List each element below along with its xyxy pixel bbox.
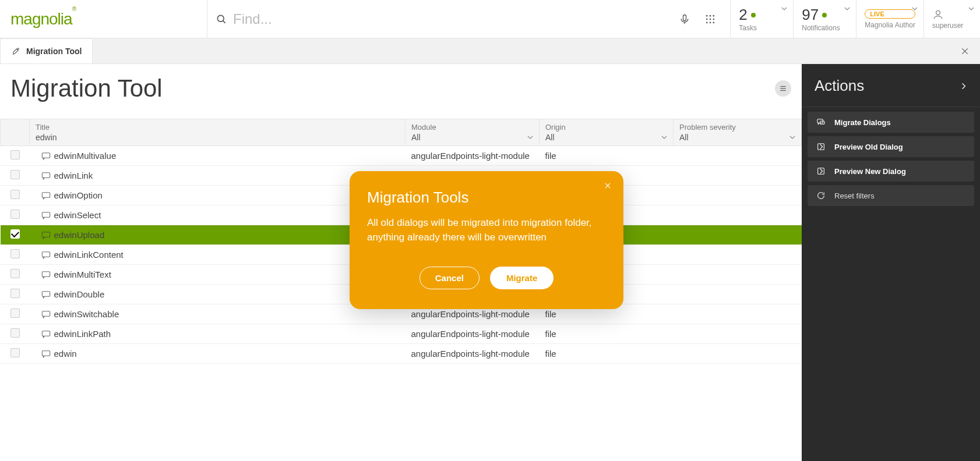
action-reset-filters[interactable]: Reset filters [808, 185, 974, 206]
table-row[interactable]: edwinLinkPathangularEndpoints-light-modu… [1, 324, 802, 344]
chevron-down-icon [844, 6, 850, 12]
column-checkbox[interactable] [1, 119, 30, 146]
svg-point-9 [713, 18, 715, 20]
row-title: edwinMultivalue [54, 151, 117, 161]
row-checkbox[interactable] [10, 190, 20, 199]
row-severity [674, 186, 802, 205]
row-checkbox[interactable] [10, 289, 20, 298]
status-dot-icon [751, 13, 756, 17]
migrate-confirm-dialog: Migration Tools All old dialogs will be … [350, 171, 623, 309]
row-title: edwinDouble [54, 289, 105, 299]
sidebar-title[interactable]: Actions [802, 64, 980, 107]
user-icon [932, 9, 972, 20]
dialog-icon [41, 290, 51, 299]
row-title: edwin [54, 349, 77, 359]
svg-point-8 [710, 18, 711, 20]
column-module[interactable]: Module All [406, 119, 540, 146]
instance-label: Magnolia Author [865, 21, 915, 29]
chevron-down-icon [912, 6, 918, 12]
row-checkbox[interactable] [10, 308, 20, 318]
row-checkbox[interactable] [10, 229, 20, 239]
svg-point-7 [706, 18, 708, 20]
table-row[interactable]: edwinangularEndpoints-light-modulefile [1, 344, 802, 364]
row-checkbox[interactable] [10, 348, 20, 357]
svg-rect-26 [42, 271, 50, 276]
search-input[interactable] [233, 11, 679, 27]
action-preview-new-dialog[interactable]: Preview New Dialog [808, 161, 974, 182]
preview-icon [816, 166, 826, 176]
svg-point-4 [706, 15, 708, 16]
apps-grid-icon[interactable] [704, 13, 722, 25]
dialog-close-button[interactable] [604, 182, 612, 190]
svg-point-14 [17, 48, 19, 50]
svg-point-6 [713, 15, 715, 16]
row-title: edwinSwitchable [54, 309, 119, 319]
dialog-title: Migration Tools [367, 189, 606, 207]
svg-rect-34 [820, 121, 824, 124]
cancel-button[interactable]: Cancel [420, 267, 480, 289]
row-title: edwinLink [54, 171, 93, 180]
logo: magnolia® [10, 10, 76, 29]
table-row[interactable]: edwinMultivalueangularEndpoints-light-mo… [1, 146, 802, 166]
chevron-down-icon [789, 134, 795, 140]
row-checkbox[interactable] [10, 249, 20, 258]
dialog-icon [41, 211, 51, 219]
page-title: Migration Tool [10, 75, 163, 102]
instance-cell[interactable]: LIVE Magnolia Author [856, 0, 924, 38]
svg-point-11 [710, 22, 711, 23]
row-title: edwinLinkContent [54, 250, 124, 260]
row-checkbox[interactable] [10, 269, 20, 278]
dialog-icon [41, 172, 51, 180]
status-dot-icon [822, 13, 827, 17]
svg-line-1 [223, 20, 225, 23]
logo-container: magnolia® [0, 0, 207, 38]
row-origin: file [540, 146, 674, 166]
tasks-cell[interactable]: 2 Tasks [731, 0, 794, 38]
column-title[interactable]: Title edwin [30, 119, 406, 146]
row-checkbox[interactable] [10, 170, 20, 179]
user-cell[interactable]: superuser [924, 0, 980, 38]
actions-sidebar: Actions Migrate DialogsPreview Old Dialo… [802, 64, 980, 461]
tab-label: Migration Tool [26, 47, 82, 56]
action-label: Migrate Dialogs [834, 118, 891, 127]
mic-icon[interactable] [679, 13, 696, 25]
row-severity [674, 166, 802, 186]
list-options-button[interactable] [775, 80, 791, 97]
dialog-icon [41, 330, 51, 338]
refresh-icon [816, 191, 826, 200]
dialog-icon [41, 251, 51, 259]
preview-icon [816, 142, 826, 151]
row-title: edwinUpload [54, 230, 105, 240]
tab-migration-tool[interactable]: Migration Tool [0, 38, 93, 63]
row-origin: file [540, 324, 674, 344]
row-checkbox[interactable] [10, 328, 20, 338]
row-title: edwinOption [54, 190, 103, 200]
notifications-count: 97 [802, 6, 819, 24]
dialog-icon [41, 310, 51, 318]
chevron-right-icon [960, 83, 967, 90]
column-origin[interactable]: Origin All [540, 119, 674, 146]
column-severity[interactable]: Problem severity All [674, 119, 802, 146]
svg-rect-35 [818, 144, 824, 150]
notifications-cell[interactable]: 97 Notifications [794, 0, 856, 38]
row-module: angularEndpoints-light-module [406, 324, 540, 344]
row-severity [674, 245, 802, 265]
migrate-button[interactable]: Migrate [490, 267, 554, 289]
chat-icon [816, 118, 826, 127]
row-checkbox[interactable] [10, 150, 20, 159]
svg-rect-22 [42, 192, 50, 197]
dialog-icon [41, 192, 51, 200]
action-migrate-dialogs[interactable]: Migrate Dialogs [808, 112, 974, 133]
app-header: magnolia® 2 Tasks 97 Notifications LIVE … [0, 0, 980, 38]
svg-rect-21 [42, 172, 50, 178]
row-title: edwinMultiText [54, 269, 111, 279]
tab-close-button[interactable] [950, 38, 980, 63]
chevron-down-icon [661, 134, 667, 140]
row-checkbox[interactable] [10, 210, 20, 219]
chevron-down-icon [781, 6, 787, 12]
row-module: angularEndpoints-light-module [406, 344, 540, 364]
search-box[interactable] [207, 0, 731, 38]
chevron-down-icon [968, 6, 974, 12]
main-content: Migration Tool Title edwin [0, 64, 802, 461]
action-preview-old-dialog[interactable]: Preview Old Dialog [808, 136, 974, 157]
